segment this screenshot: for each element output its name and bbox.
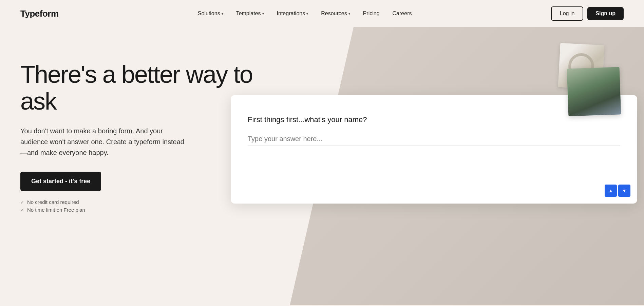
brand-logo[interactable]: Typeform [20,8,59,19]
nav-item-integrations[interactable]: Integrations ▾ [272,8,313,19]
hero-benefits: ✓ No credit card required ✓ No time limi… [20,199,258,213]
hero-title: There's a better way to ask [20,61,258,115]
nav-actions: Log in Sign up [551,6,624,21]
chevron-down-icon: ▾ [222,12,223,16]
navbar: Typeform Solutions ▾ Templates ▾ Integra… [0,0,644,27]
nav-item-pricing[interactable]: Pricing [358,8,384,19]
hero-content-left: There's a better way to ask You don't wa… [20,47,258,213]
form-nav-up-button[interactable]: ▲ [605,185,617,197]
nav-item-careers[interactable]: Careers [388,8,417,19]
benefit-item-2: ✓ No time limit on Free plan [20,207,258,213]
nav-label-resources: Resources [321,11,347,17]
hero-subtitle: You don't want to make a boring form. An… [20,126,190,158]
chevron-down-icon: ▾ [306,12,308,16]
form-question: First things first...what's your name? [248,115,620,124]
nav-label-templates: Templates [236,11,261,17]
hero-content-right: First things first...what's your name? ▲… [258,47,624,251]
nav-item-templates[interactable]: Templates ▾ [231,8,269,19]
chevron-down-icon: ▾ [348,12,350,16]
nav-item-resources[interactable]: Resources ▾ [316,8,355,19]
form-nav-down-button[interactable]: ▼ [618,185,630,197]
benefit-label-1: No credit card required [27,199,79,205]
decorative-photo-2 [567,67,621,116]
login-button[interactable]: Log in [551,6,584,21]
check-icon: ✓ [20,207,24,213]
check-icon: ✓ [20,199,24,205]
hero-section: There's a better way to ask You don't wa… [0,27,644,305]
nav-label-integrations: Integrations [277,11,305,17]
nav-item-solutions[interactable]: Solutions ▾ [193,8,228,19]
nav-links: Solutions ▾ Templates ▾ Integrations ▾ R… [193,8,417,19]
signup-button[interactable]: Sign up [587,7,624,20]
form-answer-input[interactable] [248,132,620,146]
nav-label-careers: Careers [393,11,412,17]
get-started-button[interactable]: Get started - it's free [20,172,101,191]
benefit-item-1: ✓ No credit card required [20,199,258,205]
benefit-label-2: No time limit on Free plan [27,207,85,213]
form-navigation: ▲ ▼ [605,185,630,197]
chevron-down-icon: ▾ [262,12,264,16]
nav-label-solutions: Solutions [198,11,220,17]
nav-label-pricing: Pricing [363,11,380,17]
